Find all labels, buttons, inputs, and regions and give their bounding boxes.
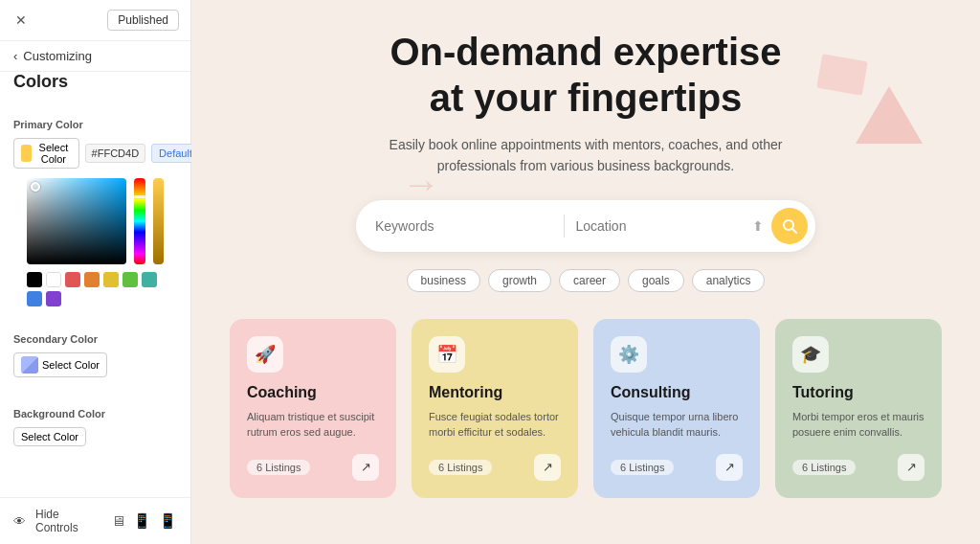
swatch-green[interactable] [122, 272, 138, 287]
tag-goals[interactable]: goals [628, 269, 684, 292]
decorative-arrow: → [402, 163, 440, 206]
background-color-row: Select Color [13, 427, 177, 446]
sidebar-back-button[interactable]: ‹ Customizing [0, 41, 190, 72]
secondary-color-label: Secondary Color [13, 333, 177, 345]
coaching-title: Coaching [247, 384, 379, 401]
gradient-inner [27, 178, 126, 264]
search-button[interactable] [771, 208, 808, 244]
gradient-indicator [31, 182, 40, 192]
tutoring-footer: 6 Listings ↗ [792, 454, 924, 481]
color-swatches-row [27, 272, 164, 306]
mentoring-desc: Fusce feugiat sodales tortor morbi effic… [429, 409, 561, 441]
keywords-input[interactable] [375, 218, 552, 234]
primary-select-color-button[interactable]: Select Color [13, 138, 79, 169]
desktop-icon[interactable]: 🖥 [111, 512, 125, 530]
sidebar-section-title: Colors [0, 72, 190, 105]
mentoring-footer: 6 Listings ↗ [429, 454, 561, 481]
swatch-purple[interactable] [46, 291, 61, 306]
card-consulting: ⚙️ Consulting Quisque tempor urna libero… [593, 319, 760, 498]
primary-color-swatch [21, 145, 32, 162]
primary-color-section: Primary Color Select Color #FFCD4D Defau… [0, 105, 190, 320]
swatch-teal[interactable] [142, 272, 157, 287]
published-button[interactable]: Published [107, 10, 179, 31]
breadcrumb: Customizing [23, 49, 92, 63]
tag-business[interactable]: business [407, 269, 480, 292]
background-color-label: Background Color [13, 408, 177, 419]
location-icon: ⬆ [752, 218, 764, 234]
secondary-color-row: Select Color [13, 352, 177, 377]
primary-hex-value: #FFCD4D [85, 144, 146, 163]
coaching-arrow-button[interactable]: ↗ [352, 454, 379, 481]
brightness-strip[interactable] [153, 178, 164, 264]
decorative-triangle [856, 86, 923, 144]
consulting-title: Consulting [611, 384, 743, 401]
search-divider [564, 215, 565, 238]
coaching-listings: 6 Listings [247, 460, 310, 475]
card-tutoring: 🎓 Tutoring Morbi tempor eros et mauris p… [775, 319, 942, 498]
background-select-color-button[interactable]: Select Color [13, 427, 86, 446]
mentoring-title: Mentoring [429, 384, 561, 401]
hero-subtitle: Easily book online appointments with men… [385, 134, 787, 177]
secondary-select-label: Select Color [42, 359, 100, 371]
main-content: → On-demand expertiseat your fingertips … [191, 0, 980, 544]
color-picker[interactable] [27, 178, 164, 306]
sidebar-top-bar: ✕ Published [0, 0, 190, 41]
hue-indicator [134, 195, 145, 198]
hero-title: On-demand expertiseat your fingertips [390, 29, 781, 121]
tag-growth[interactable]: growth [488, 269, 551, 292]
search-icon [782, 218, 797, 234]
tutoring-icon: 🎓 [792, 336, 829, 373]
back-arrow-icon: ‹ [13, 49, 17, 63]
mobile-icon[interactable]: 📱 [159, 512, 177, 530]
coaching-desc: Aliquam tristique et suscipit rutrum ero… [247, 409, 379, 441]
sidebar-bottom-bar: 👁 Hide Controls 🖥 📱 📱 [0, 497, 190, 544]
secondary-color-section: Secondary Color Select Color [0, 320, 190, 395]
sidebar: ✕ Published ‹ Customizing Colors Primary… [0, 0, 191, 544]
hide-controls-label[interactable]: Hide Controls [35, 508, 101, 534]
search-bar: ⬆ [356, 200, 815, 252]
card-mentoring: 📅 Mentoring Fusce feugiat sodales tortor… [412, 319, 578, 498]
tag-career[interactable]: career [559, 269, 620, 292]
swatch-red[interactable] [65, 272, 80, 287]
secondary-select-color-button[interactable]: Select Color [13, 352, 107, 377]
mentoring-listings: 6 Listings [429, 460, 492, 475]
mentoring-arrow-button[interactable]: ↗ [534, 454, 561, 481]
eye-icon: 👁 [13, 514, 26, 529]
close-button[interactable]: ✕ [11, 11, 31, 30]
consulting-icon: ⚙️ [611, 336, 647, 373]
secondary-color-swatch [21, 356, 38, 374]
card-coaching: 🚀 Coaching Aliquam tristique et suscipit… [230, 319, 396, 498]
cards-row: 🚀 Coaching Aliquam tristique et suscipit… [230, 319, 942, 498]
swatch-yellow[interactable] [103, 272, 119, 287]
consulting-footer: 6 Listings ↗ [611, 454, 743, 481]
consulting-desc: Quisque tempor urna libero vehicula blan… [611, 409, 743, 441]
tutoring-title: Tutoring [792, 384, 924, 401]
consulting-arrow-button[interactable]: ↗ [716, 454, 743, 481]
coaching-icon: 🚀 [247, 336, 283, 373]
swatch-blue[interactable] [27, 291, 42, 306]
swatch-white[interactable] [46, 272, 61, 287]
coaching-footer: 6 Listings ↗ [247, 454, 379, 481]
tutoring-desc: Morbi tempor eros et mauris posuere enim… [792, 409, 924, 441]
hue-strip[interactable] [134, 178, 145, 264]
color-gradient-box[interactable] [27, 178, 126, 264]
background-select-label: Select Color [21, 431, 78, 442]
tutoring-arrow-button[interactable]: ↗ [898, 454, 924, 481]
device-icons: 🖥 📱 📱 [111, 512, 177, 530]
tags-row: business growth career goals analytics [407, 269, 766, 292]
tablet-icon[interactable]: 📱 [133, 512, 151, 530]
tag-analytics[interactable]: analytics [692, 269, 766, 292]
location-input[interactable] [576, 218, 753, 234]
consulting-listings: 6 Listings [611, 460, 674, 475]
svg-line-1 [792, 229, 796, 233]
background-color-section: Background Color Select Color [0, 395, 190, 464]
primary-color-row: Select Color #FFCD4D Default [13, 138, 177, 169]
mentoring-icon: 📅 [429, 336, 465, 373]
swatch-black[interactable] [27, 272, 42, 287]
tutoring-listings: 6 Listings [792, 460, 856, 475]
color-picker-wrapper [27, 178, 164, 264]
primary-color-label: Primary Color [13, 119, 177, 130]
swatch-orange[interactable] [84, 272, 100, 287]
primary-select-label: Select Color [35, 142, 71, 165]
